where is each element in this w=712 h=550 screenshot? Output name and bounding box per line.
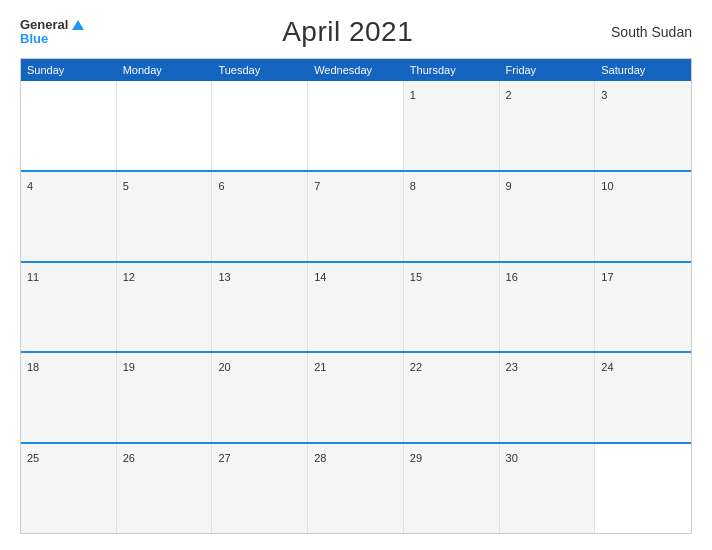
day-cell-21: 21 xyxy=(308,353,404,442)
day-cell-3: 3 xyxy=(595,81,691,170)
logo-general-text: General xyxy=(20,18,68,32)
day-number: 10 xyxy=(601,180,613,192)
day-number: 19 xyxy=(123,361,135,373)
day-cell-25: 25 xyxy=(21,444,117,533)
day-number: 18 xyxy=(27,361,39,373)
day-cell-20: 20 xyxy=(212,353,308,442)
header-monday: Monday xyxy=(117,59,213,81)
day-cell-11: 11 xyxy=(21,263,117,352)
page: General Blue April 2021 South Sudan Sund… xyxy=(0,0,712,550)
day-number: 21 xyxy=(314,361,326,373)
day-number: 27 xyxy=(218,452,230,464)
week-row-4: 18 19 20 21 22 23 24 xyxy=(21,351,691,442)
week-row-3: 11 12 13 14 15 16 17 xyxy=(21,261,691,352)
header-sunday: Sunday xyxy=(21,59,117,81)
day-number: 3 xyxy=(601,89,607,101)
day-number: 24 xyxy=(601,361,613,373)
day-cell-17: 17 xyxy=(595,263,691,352)
header-tuesday: Tuesday xyxy=(212,59,308,81)
day-cell-19: 19 xyxy=(117,353,213,442)
day-number: 29 xyxy=(410,452,422,464)
day-cell-8: 8 xyxy=(404,172,500,261)
calendar: Sunday Monday Tuesday Wednesday Thursday… xyxy=(20,58,692,534)
day-cell-28: 28 xyxy=(308,444,404,533)
header-friday: Friday xyxy=(500,59,596,81)
country-name: South Sudan xyxy=(611,24,692,40)
weeks: 1 2 3 4 5 6 7 8 9 10 11 12 13 14 15 16 xyxy=(21,81,691,533)
header-saturday: Saturday xyxy=(595,59,691,81)
day-number: 17 xyxy=(601,271,613,283)
day-number: 9 xyxy=(506,180,512,192)
day-cell-30: 30 xyxy=(500,444,596,533)
day-cell-24: 24 xyxy=(595,353,691,442)
day-number: 5 xyxy=(123,180,129,192)
day-number: 8 xyxy=(410,180,416,192)
day-cell-27: 27 xyxy=(212,444,308,533)
day-cell-empty xyxy=(595,444,691,533)
day-cell-7: 7 xyxy=(308,172,404,261)
day-cell-13: 13 xyxy=(212,263,308,352)
day-cell-22: 22 xyxy=(404,353,500,442)
header-wednesday: Wednesday xyxy=(308,59,404,81)
day-cell-29: 29 xyxy=(404,444,500,533)
day-number: 7 xyxy=(314,180,320,192)
day-cell-10: 10 xyxy=(595,172,691,261)
day-cell-6: 6 xyxy=(212,172,308,261)
day-number: 4 xyxy=(27,180,33,192)
day-number: 20 xyxy=(218,361,230,373)
header-thursday: Thursday xyxy=(404,59,500,81)
day-cell-2: 2 xyxy=(500,81,596,170)
header: General Blue April 2021 South Sudan xyxy=(20,16,692,48)
day-number: 13 xyxy=(218,271,230,283)
day-cell-18: 18 xyxy=(21,353,117,442)
day-cell-16: 16 xyxy=(500,263,596,352)
day-number: 28 xyxy=(314,452,326,464)
week-row-5: 25 26 27 28 29 30 xyxy=(21,442,691,533)
day-number: 11 xyxy=(27,271,39,283)
logo-blue-text: Blue xyxy=(20,32,84,46)
day-cell-15: 15 xyxy=(404,263,500,352)
day-number: 1 xyxy=(410,89,416,101)
day-number: 22 xyxy=(410,361,422,373)
day-cell xyxy=(308,81,404,170)
day-headers: Sunday Monday Tuesday Wednesday Thursday… xyxy=(21,59,691,81)
day-cell-1: 1 xyxy=(404,81,500,170)
week-row-1: 1 2 3 xyxy=(21,81,691,170)
day-number: 23 xyxy=(506,361,518,373)
day-cell-23: 23 xyxy=(500,353,596,442)
day-number: 16 xyxy=(506,271,518,283)
day-cell xyxy=(212,81,308,170)
day-number: 6 xyxy=(218,180,224,192)
day-number: 2 xyxy=(506,89,512,101)
week-row-2: 4 5 6 7 8 9 10 xyxy=(21,170,691,261)
day-number: 14 xyxy=(314,271,326,283)
logo: General Blue xyxy=(20,18,84,47)
day-cell-5: 5 xyxy=(117,172,213,261)
day-cell xyxy=(117,81,213,170)
day-number: 26 xyxy=(123,452,135,464)
logo-triangle-icon xyxy=(72,20,84,30)
day-number: 25 xyxy=(27,452,39,464)
day-cell-4: 4 xyxy=(21,172,117,261)
calendar-title: April 2021 xyxy=(282,16,413,48)
day-cell-26: 26 xyxy=(117,444,213,533)
day-number: 12 xyxy=(123,271,135,283)
day-cell-12: 12 xyxy=(117,263,213,352)
day-cell xyxy=(21,81,117,170)
day-cell-14: 14 xyxy=(308,263,404,352)
day-cell-9: 9 xyxy=(500,172,596,261)
day-number: 15 xyxy=(410,271,422,283)
day-number: 30 xyxy=(506,452,518,464)
